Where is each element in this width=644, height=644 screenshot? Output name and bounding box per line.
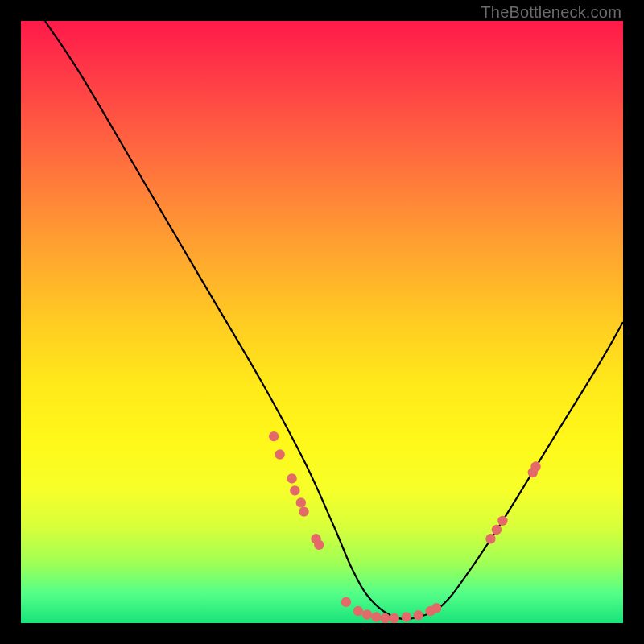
chart-overlay <box>21 21 623 623</box>
data-point <box>296 497 306 507</box>
data-point <box>497 516 507 526</box>
chart-frame: TheBottleneck.com <box>0 0 644 644</box>
attribution-text: TheBottleneck.com <box>481 3 621 22</box>
data-point <box>287 473 296 483</box>
data-point <box>413 610 423 620</box>
data-point <box>275 449 284 459</box>
data-point <box>353 606 363 616</box>
data-point <box>390 613 399 623</box>
data-point <box>341 597 351 607</box>
data-point <box>371 612 381 621</box>
data-point <box>380 613 390 623</box>
data-point <box>530 461 540 471</box>
data-point <box>290 485 299 495</box>
data-point <box>362 609 372 619</box>
data-point <box>492 525 502 535</box>
data-point <box>299 506 308 516</box>
data-points-group <box>269 431 541 623</box>
data-point <box>269 431 279 441</box>
data-point <box>314 540 324 550</box>
data-point <box>402 612 411 621</box>
bottleneck-curve <box>45 21 623 619</box>
data-point <box>431 603 441 613</box>
data-point <box>485 534 495 543</box>
